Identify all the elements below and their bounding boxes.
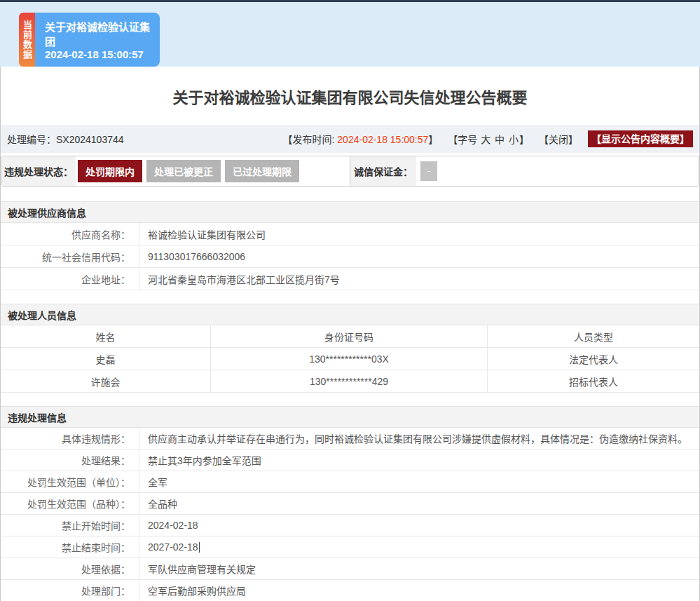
table-row: 供应商名称： 裕诚检验认证集团有限公司 (1, 223, 699, 245)
row-label: 禁止结束时间： (1, 536, 139, 558)
row-value-text: 2027-02-18 (148, 541, 198, 553)
show-summary-button[interactable]: 【显示公告内容概要】 (588, 130, 693, 147)
supplier-section: 被处理供应商信息 供应商名称： 裕诚检验认证集团有限公司 统一社会信用代码： 9… (1, 201, 699, 290)
table-row: 禁止开始时间： 2024-02-18 (1, 515, 699, 536)
personnel-header-row: 姓名 身份证号码 人员类型 (1, 325, 699, 348)
row-value: 河北省秦皇岛市海港区北部工业区揽月街7号 (139, 268, 699, 290)
violation-section-title: 违规处理信息 (1, 406, 699, 428)
person-type: 招标代表人 (488, 370, 699, 392)
row-value: 空军后勤部采购供应局 (139, 580, 699, 601)
font-size-small[interactable]: 小 (509, 134, 519, 145)
publish-time-value: 2024-02-18 15:00:57 (337, 134, 428, 145)
status-buttons: 处罚期限内 处理已被更正 已过处理期限 (76, 156, 350, 186)
table-row: 处理结果： 禁止其3年内参加全军范围 (1, 450, 699, 471)
current-data-tab-label: 当前数据 (19, 13, 35, 67)
status-button-expired[interactable]: 已过处理期限 (225, 160, 299, 182)
person-id: 130************03X (211, 348, 488, 370)
row-label: 处罚生效范围（品种）： (1, 493, 139, 514)
row-label: 处罚生效范围（单位）： (1, 471, 139, 492)
deposit-value-cell: - (416, 156, 699, 186)
font-size-suffix: 】 (519, 134, 529, 145)
deposit-value-button[interactable]: - (420, 161, 437, 181)
row-label: 统一社会信用代码： (1, 245, 139, 267)
table-row: 统一社会信用代码： 911303017666032006 (1, 245, 699, 268)
row-value: 全品种 (139, 493, 699, 514)
row-label: 具体违规情形： (1, 428, 139, 449)
status-button-within-penalty[interactable]: 处罚期限内 (78, 160, 142, 182)
table-row: 处理依据： 军队供应商管理有关规定 (1, 558, 699, 580)
column-header-type: 人员类型 (488, 325, 699, 347)
table-row: 处罚生效范围（单位）： 全军 (1, 471, 699, 493)
column-header-name: 姓名 (1, 325, 211, 347)
row-value: 2024-02-18 (139, 515, 699, 536)
row-label: 禁止开始时间： (1, 515, 139, 536)
page: 当前数据 关于对裕诚检验认证集团 2024-02-18 15:00:57 关于对… (0, 0, 700, 601)
row-label: 企业地址： (1, 268, 139, 290)
supplier-section-title: 被处理供应商信息 (1, 201, 699, 223)
table-row: 企业地址： 河北省秦皇岛市海港区北部工业区揽月街7号 (1, 268, 699, 290)
table-row: 史磊 130************03X 法定代表人 (1, 348, 699, 370)
current-data-badge[interactable]: 当前数据 关于对裕诚检验认证集团 2024-02-18 15:00:57 (19, 13, 160, 67)
table-row: 禁止结束时间： 2027-02-18 (1, 536, 699, 558)
publish-time: 【发布时间: 2024-02-18 15:00:57】 (283, 132, 439, 146)
page-title: 关于对裕诚检验认证集团有限公司失信处理公告概要 (172, 85, 527, 107)
person-name: 许施会 (1, 370, 211, 392)
process-number-label: 处理编号： (7, 134, 56, 145)
font-size-large[interactable]: 大 (481, 134, 490, 145)
table-row: 许施会 130************429 招标代表人 (1, 370, 699, 393)
title-area: 关于对裕诚检验认证集团有限公司失信处理公告概要 (1, 67, 699, 125)
row-label: 供应商名称： (1, 223, 139, 245)
row-value: 裕诚检验认证集团有限公司 (139, 223, 699, 245)
font-size-prefix: 【字号 (448, 134, 480, 145)
content: 关于对裕诚检验认证集团有限公司失信处理公告概要 处理编号：SX202410374… (0, 67, 700, 601)
person-id: 130************429 (211, 370, 488, 392)
close-button[interactable]: 【关闭】 (539, 132, 578, 146)
deposit-label: 诚信保证金： (350, 156, 416, 186)
person-type: 法定代表人 (488, 348, 699, 370)
process-number: 处理编号：SX2024103744 (7, 132, 124, 146)
row-value: 911303017666032006 (139, 245, 699, 267)
status-button-corrected[interactable]: 处理已被更正 (146, 160, 221, 182)
row-value: 供应商主动承认并举证存在串通行为，同时裕诚检验认证集团有限公司涉嫌提供虚假材料，… (139, 428, 699, 449)
publish-time-suffix: 】 (428, 134, 438, 145)
row-label: 处理部门： (1, 580, 139, 601)
header-band: 当前数据 关于对裕诚检验认证集团 2024-02-18 15:00:57 (0, 2, 700, 67)
status-table: 违规处理状态： 处罚期限内 处理已被更正 已过处理期限 诚信保证金： - (1, 156, 699, 187)
personnel-section-title: 被处理人员信息 (1, 304, 699, 325)
publish-time-prefix: 【发布时间: (283, 134, 338, 145)
badge-title: 关于对裕诚检验认证集团 (45, 19, 160, 48)
meta-bar: 处理编号：SX2024103744 【发布时间: 2024-02-18 15:0… (1, 125, 699, 153)
row-value: 禁止其3年内参加全军范围 (139, 450, 699, 471)
status-label: 违规处理状态： (1, 156, 76, 186)
current-data-body: 关于对裕诚检验认证集团 2024-02-18 15:00:57 (35, 13, 160, 67)
table-row: 具体违规情形： 供应商主动承认并举证存在串通行为，同时裕诚检验认证集团有限公司涉… (1, 428, 699, 450)
row-label: 处理依据： (1, 558, 139, 579)
personnel-section: 被处理人员信息 姓名 身份证号码 人员类型 史磊 130************… (1, 304, 699, 393)
meta-actions: 【发布时间: 2024-02-18 15:00:57】 【字号 大 中 小】 【… (283, 130, 693, 147)
row-value: 军队供应商管理有关规定 (139, 558, 699, 579)
row-label: 处理结果： (1, 450, 139, 471)
row-value: 全军 (139, 471, 699, 492)
table-row: 处理部门： 空军后勤部采购供应局 (1, 580, 699, 601)
badge-timestamp: 2024-02-18 15:00:57 (45, 48, 160, 60)
font-size-control: 【字号 大 中 小】 (448, 132, 529, 146)
person-name: 史磊 (1, 348, 211, 370)
column-header-id: 身份证号码 (211, 325, 488, 347)
process-number-value: SX2024103744 (56, 134, 124, 145)
violation-section: 违规处理信息 具体违规情形： 供应商主动承认并举证存在串通行为，同时裕诚检验认证… (1, 406, 699, 601)
text-cursor (199, 542, 200, 553)
font-size-medium[interactable]: 中 (495, 134, 505, 145)
table-row: 处罚生效范围（品种）： 全品种 (1, 493, 699, 515)
row-value: 2027-02-18 (139, 536, 699, 558)
